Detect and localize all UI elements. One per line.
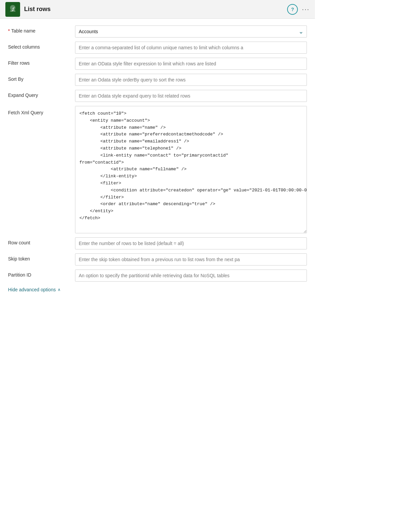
expand-query-input[interactable] [75, 90, 307, 102]
partition-id-input[interactable] [75, 270, 307, 282]
fetch-xml-row: Fetch Xml Query <fetch count="10"> <enti… [8, 106, 307, 233]
sort-by-input[interactable] [75, 74, 307, 86]
filter-rows-label: Filter rows [8, 58, 75, 66]
table-name-dropdown[interactable]: Accounts [75, 25, 307, 38]
fetch-xml-label: Fetch Xml Query [8, 106, 75, 115]
table-name-label: *Table name [8, 25, 75, 34]
filter-rows-row: Filter rows [8, 58, 307, 70]
sort-by-label: Sort By [8, 74, 75, 82]
header: List rows ? ··· [0, 0, 315, 19]
help-button[interactable]: ? [287, 4, 298, 15]
logo-box [5, 2, 20, 17]
row-count-row: Row count [8, 237, 307, 249]
page-title: List rows [24, 6, 51, 13]
partition-id-label: Partition ID [8, 270, 75, 278]
filter-rows-input[interactable] [75, 58, 307, 70]
logo-icon [8, 4, 17, 15]
skip-token-label: Skip token [8, 253, 75, 261]
skip-token-input[interactable] [75, 253, 307, 265]
header-left: List rows [5, 2, 51, 17]
sort-by-row: Sort By [8, 74, 307, 86]
hide-advanced-button[interactable]: Hide advanced options ∧ [8, 287, 61, 292]
select-columns-row: Select columns [8, 42, 307, 54]
partition-id-row: Partition ID [8, 270, 307, 282]
table-name-row: *Table name Accounts ⌄ [8, 25, 307, 38]
select-columns-label: Select columns [8, 42, 75, 50]
header-actions: ? ··· [287, 4, 310, 15]
fetch-xml-input[interactable]: <fetch count="10"> <entity name="account… [75, 106, 307, 233]
row-count-input[interactable] [75, 237, 307, 249]
expand-query-label: Expand Query [8, 90, 75, 98]
chevron-up-icon: ∧ [58, 287, 61, 292]
required-indicator: * [8, 28, 10, 34]
table-name-dropdown-wrapper: Accounts ⌄ [75, 25, 307, 38]
skip-token-row: Skip token [8, 253, 307, 265]
expand-query-row: Expand Query [8, 90, 307, 102]
more-options-button[interactable]: ··· [302, 5, 310, 13]
form-content: *Table name Accounts ⌄ Select columns Fi… [0, 19, 315, 299]
row-count-label: Row count [8, 237, 75, 245]
select-columns-input[interactable] [75, 42, 307, 54]
hide-advanced-label: Hide advanced options [8, 287, 56, 292]
